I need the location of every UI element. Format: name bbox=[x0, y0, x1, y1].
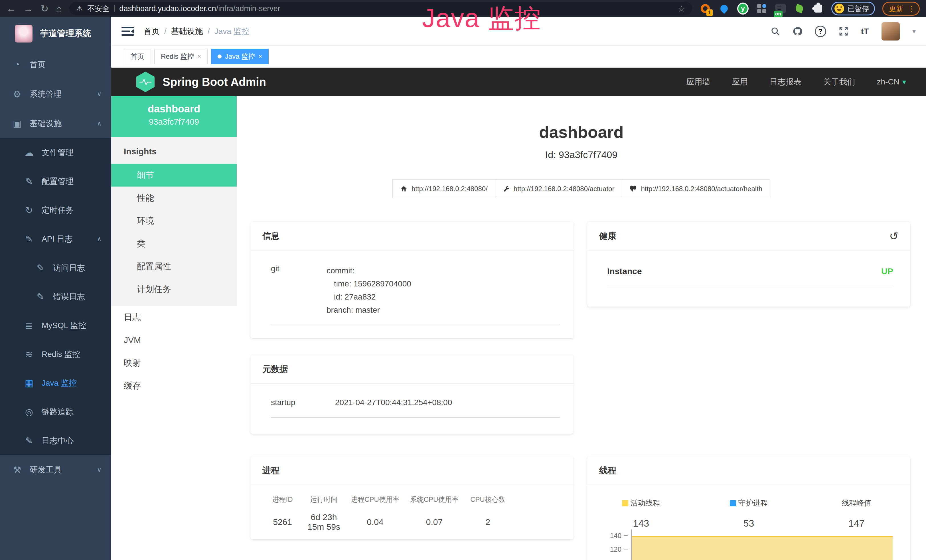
toolbox-icon: ⚒ bbox=[11, 465, 23, 475]
tab-redis-monitor[interactable]: Redis 监控× bbox=[154, 49, 207, 64]
insights-item-classes[interactable]: 类 bbox=[111, 232, 237, 255]
legend-daemon-threads: 守护进程 53 bbox=[695, 498, 803, 529]
profile-paused-chip[interactable]: 已暂停 bbox=[831, 2, 875, 15]
instance-name: dashboard bbox=[111, 103, 237, 115]
actuator-url-link[interactable]: http://192.168.0.2:48080/actuator bbox=[495, 179, 622, 198]
screenshot-root: ← → ↻ ⌂ ⚠ 不安全 dashboard.yudao.iocoder.cn… bbox=[0, 0, 926, 560]
forward-icon[interactable]: → bbox=[23, 4, 33, 14]
tab-home[interactable]: 首页 bbox=[124, 49, 151, 64]
app-logo bbox=[15, 25, 33, 42]
page-title: dashboard bbox=[237, 123, 926, 141]
tag-views-bar: 首页 Redis 监控× Java 监控× bbox=[111, 45, 926, 68]
process-table-row: 5261 6d 23h 15m 59s 0.04 0.07 2 bbox=[262, 512, 513, 532]
threads-card-title: 线程 bbox=[587, 456, 910, 485]
sidebar-item-mysql[interactable]: ≣MySQL 监控 bbox=[0, 311, 111, 340]
insights-section-title: Insights bbox=[111, 137, 237, 164]
sidebar-item-jobs[interactable]: ↻定时任务 bbox=[0, 196, 111, 224]
menu-item-jvm[interactable]: JVM bbox=[111, 328, 237, 351]
close-icon[interactable]: × bbox=[259, 53, 262, 60]
insights-item-metrics[interactable]: 性能 bbox=[111, 186, 237, 209]
metadata-card: 元数据 startup 2021-04-27T00:44:31.254+08:0… bbox=[250, 355, 573, 434]
reload-icon[interactable]: ↻ bbox=[41, 4, 49, 14]
extension-leaf-icon[interactable] bbox=[794, 3, 805, 14]
metadata-startup-row: startup 2021-04-27T00:44:31.254+08:00 bbox=[271, 398, 560, 418]
sidebar-item-home[interactable]: ◔首页 bbox=[0, 50, 111, 79]
fullscreen-icon[interactable] bbox=[839, 27, 849, 36]
health-card: 健康↺ Instance UP bbox=[587, 222, 910, 307]
instance-id: 93a3fc7f7409 bbox=[111, 117, 237, 127]
sba-nav-wallboard[interactable]: 应用墙 bbox=[687, 76, 710, 87]
instance-header[interactable]: dashboard 93a3fc7f7409 bbox=[111, 96, 237, 137]
health-url-link[interactable]: http://192.168.0.2:48080/actuator/health bbox=[622, 179, 770, 198]
menu-item-caches[interactable]: 缓存 bbox=[111, 374, 237, 397]
sidebar-item-tracing[interactable]: ◎链路追踪 bbox=[0, 397, 111, 426]
service-url-link[interactable]: http://192.168.0.2:48080/ bbox=[392, 179, 495, 198]
search-icon[interactable] bbox=[771, 27, 780, 36]
close-icon[interactable]: × bbox=[197, 53, 201, 60]
github-icon[interactable] bbox=[793, 27, 802, 36]
info-card-title: 信息 bbox=[250, 222, 573, 250]
main-area: 首页 / 基础设施 / Java 监控 ? tT ▾ bbox=[111, 17, 926, 560]
insights-item-scheduled-tasks[interactable]: 计划任务 bbox=[111, 278, 237, 301]
home-icon[interactable]: ⌂ bbox=[56, 4, 62, 14]
bookmark-star-icon[interactable]: ☆ bbox=[678, 4, 685, 14]
menu-item-mappings[interactable]: 映射 bbox=[111, 351, 237, 374]
address-bar[interactable]: ⚠ 不安全 dashboard.yudao.iocoder.cn/infra/a… bbox=[69, 2, 692, 15]
user-avatar[interactable] bbox=[882, 22, 900, 41]
process-card: 进程 进程ID 运行时间 进程CPU使用率 系统CPU使用率 CPU核心数 52… bbox=[250, 456, 573, 539]
back-icon[interactable]: ← bbox=[6, 4, 16, 14]
sidebar-item-system[interactable]: ⚙系统管理∨ bbox=[0, 79, 111, 109]
insights-panel: Insights 细节 性能 环境 类 配置属性 计划任务 bbox=[111, 137, 237, 306]
sba-nav-journal[interactable]: 日志报表 bbox=[770, 76, 802, 87]
app-logo-row[interactable]: 芋道管理系统 bbox=[0, 17, 111, 50]
sidebar-item-api-log[interactable]: ✎API 日志∧ bbox=[0, 224, 111, 253]
insights-item-environment[interactable]: 环境 bbox=[111, 209, 237, 232]
locale-select[interactable]: zh-CN▾ bbox=[877, 77, 906, 86]
sidebar-item-java-monitor[interactable]: ▦Java 监控 bbox=[0, 369, 111, 397]
extensions-puzzle-icon[interactable] bbox=[813, 3, 824, 14]
sidebar-item-dev-tools[interactable]: ⚒研发工具∨ bbox=[0, 455, 111, 484]
extension-on-icon[interactable]: on bbox=[775, 3, 786, 14]
breadcrumb-infra[interactable]: 基础设施 bbox=[171, 26, 203, 37]
collapse-menu-icon[interactable] bbox=[121, 26, 134, 36]
extension-pin-icon[interactable] bbox=[719, 3, 730, 14]
extension-orange-icon[interactable]: 1 bbox=[699, 3, 711, 14]
tab-java-monitor[interactable]: Java 监控× bbox=[211, 49, 269, 64]
user-menu-caret-icon[interactable]: ▾ bbox=[912, 27, 916, 35]
url-text[interactable]: dashboard.yudao.iocoder.cn/infra/admin-s… bbox=[119, 4, 280, 13]
sidebar-item-config[interactable]: ✎配置管理 bbox=[0, 167, 111, 196]
extension-badge: 1 bbox=[707, 9, 713, 16]
help-icon[interactable]: ? bbox=[815, 26, 826, 37]
sidebar-item-infra[interactable]: ▣基础设施∧ bbox=[0, 109, 111, 138]
sba-nav-about[interactable]: 关于我们 bbox=[823, 76, 855, 87]
sidebar-item-files[interactable]: ☁文件管理 bbox=[0, 138, 111, 167]
cloud-icon: ☁ bbox=[23, 147, 35, 158]
security-label[interactable]: 不安全 bbox=[87, 4, 109, 14]
y-axis-tick: 120 bbox=[587, 545, 622, 554]
sba-nav-applications[interactable]: 应用 bbox=[732, 76, 748, 87]
status-badge: UP bbox=[881, 266, 893, 276]
sidebar-item-redis[interactable]: ≋Redis 监控 bbox=[0, 340, 111, 369]
history-icon[interactable]: ↺ bbox=[889, 230, 898, 242]
sidebar-item-error-log[interactable]: ✎错误日志 bbox=[0, 282, 111, 311]
extension-grid-icon[interactable] bbox=[756, 3, 767, 14]
extension-y-icon[interactable]: y bbox=[737, 3, 749, 14]
insights-item-details[interactable]: 细节 bbox=[111, 164, 237, 186]
sidebar-item-access-log[interactable]: ✎访问日志 bbox=[0, 253, 111, 282]
legend-swatch-yellow bbox=[622, 500, 628, 506]
font-size-icon[interactable]: tT bbox=[861, 27, 869, 36]
process-table-header: 进程ID 运行时间 进程CPU使用率 系统CPU使用率 CPU核心数 bbox=[262, 495, 513, 512]
legend-daemon-value: 53 bbox=[695, 518, 803, 529]
browser-menu-icon[interactable]: ⋮ bbox=[908, 6, 915, 11]
breadcrumb-home[interactable]: 首页 bbox=[144, 26, 160, 37]
update-label: 更新 bbox=[889, 4, 903, 14]
insights-item-configprops[interactable]: 配置属性 bbox=[111, 255, 237, 278]
paused-label: 已暂停 bbox=[847, 4, 869, 14]
threads-legend: 活动线程 143 守护进程 53 线程峰值 147 bbox=[587, 498, 910, 529]
metadata-row-label: startup bbox=[271, 398, 335, 407]
sidebar-item-log-center[interactable]: ✎日志中心 bbox=[0, 426, 111, 455]
health-row-label: Instance bbox=[607, 266, 642, 276]
on-badge: on bbox=[774, 11, 782, 17]
menu-item-logs[interactable]: 日志 bbox=[111, 306, 237, 328]
browser-update-button[interactable]: 更新 ⋮ bbox=[882, 2, 920, 16]
